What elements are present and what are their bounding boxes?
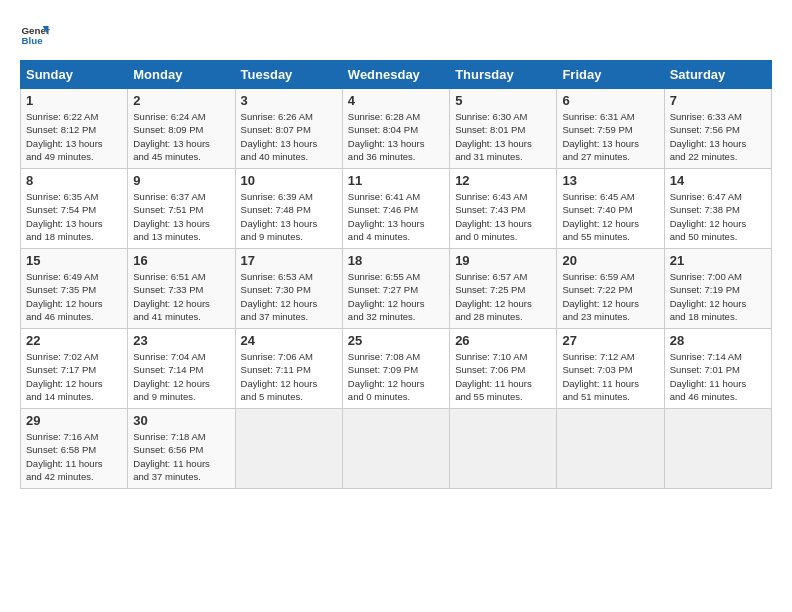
- day-number: 10: [241, 173, 337, 188]
- day-cell: 4Sunrise: 6:28 AM Sunset: 8:04 PM Daylig…: [342, 89, 449, 169]
- day-number: 13: [562, 173, 658, 188]
- col-header-saturday: Saturday: [664, 61, 771, 89]
- col-header-thursday: Thursday: [450, 61, 557, 89]
- day-cell: 24Sunrise: 7:06 AM Sunset: 7:11 PM Dayli…: [235, 329, 342, 409]
- day-info: Sunrise: 7:02 AM Sunset: 7:17 PM Dayligh…: [26, 350, 122, 403]
- day-number: 27: [562, 333, 658, 348]
- day-cell: 3Sunrise: 6:26 AM Sunset: 8:07 PM Daylig…: [235, 89, 342, 169]
- header-row: SundayMondayTuesdayWednesdayThursdayFrid…: [21, 61, 772, 89]
- day-number: 12: [455, 173, 551, 188]
- day-number: 18: [348, 253, 444, 268]
- calendar-table: SundayMondayTuesdayWednesdayThursdayFrid…: [20, 60, 772, 489]
- logo-icon: General Blue: [20, 20, 50, 50]
- day-cell: 17Sunrise: 6:53 AM Sunset: 7:30 PM Dayli…: [235, 249, 342, 329]
- day-cell: 13Sunrise: 6:45 AM Sunset: 7:40 PM Dayli…: [557, 169, 664, 249]
- day-info: Sunrise: 7:10 AM Sunset: 7:06 PM Dayligh…: [455, 350, 551, 403]
- day-cell: 12Sunrise: 6:43 AM Sunset: 7:43 PM Dayli…: [450, 169, 557, 249]
- day-info: Sunrise: 7:06 AM Sunset: 7:11 PM Dayligh…: [241, 350, 337, 403]
- day-number: 20: [562, 253, 658, 268]
- day-number: 15: [26, 253, 122, 268]
- day-info: Sunrise: 6:35 AM Sunset: 7:54 PM Dayligh…: [26, 190, 122, 243]
- day-cell: 5Sunrise: 6:30 AM Sunset: 8:01 PM Daylig…: [450, 89, 557, 169]
- day-info: Sunrise: 6:24 AM Sunset: 8:09 PM Dayligh…: [133, 110, 229, 163]
- col-header-wednesday: Wednesday: [342, 61, 449, 89]
- day-info: Sunrise: 6:33 AM Sunset: 7:56 PM Dayligh…: [670, 110, 766, 163]
- day-number: 23: [133, 333, 229, 348]
- day-number: 24: [241, 333, 337, 348]
- day-cell: 9Sunrise: 6:37 AM Sunset: 7:51 PM Daylig…: [128, 169, 235, 249]
- week-row-2: 8Sunrise: 6:35 AM Sunset: 7:54 PM Daylig…: [21, 169, 772, 249]
- day-number: 14: [670, 173, 766, 188]
- day-cell: 21Sunrise: 7:00 AM Sunset: 7:19 PM Dayli…: [664, 249, 771, 329]
- day-info: Sunrise: 7:14 AM Sunset: 7:01 PM Dayligh…: [670, 350, 766, 403]
- day-number: 11: [348, 173, 444, 188]
- day-cell: 7Sunrise: 6:33 AM Sunset: 7:56 PM Daylig…: [664, 89, 771, 169]
- day-cell: 29Sunrise: 7:16 AM Sunset: 6:58 PM Dayli…: [21, 409, 128, 489]
- header: General Blue: [20, 20, 772, 50]
- day-info: Sunrise: 7:16 AM Sunset: 6:58 PM Dayligh…: [26, 430, 122, 483]
- day-number: 29: [26, 413, 122, 428]
- day-cell: 23Sunrise: 7:04 AM Sunset: 7:14 PM Dayli…: [128, 329, 235, 409]
- day-info: Sunrise: 7:00 AM Sunset: 7:19 PM Dayligh…: [670, 270, 766, 323]
- day-number: 2: [133, 93, 229, 108]
- day-cell: 16Sunrise: 6:51 AM Sunset: 7:33 PM Dayli…: [128, 249, 235, 329]
- day-cell: 10Sunrise: 6:39 AM Sunset: 7:48 PM Dayli…: [235, 169, 342, 249]
- day-cell: [235, 409, 342, 489]
- svg-text:Blue: Blue: [22, 35, 44, 46]
- day-number: 17: [241, 253, 337, 268]
- day-cell: 28Sunrise: 7:14 AM Sunset: 7:01 PM Dayli…: [664, 329, 771, 409]
- day-info: Sunrise: 6:39 AM Sunset: 7:48 PM Dayligh…: [241, 190, 337, 243]
- day-info: Sunrise: 6:45 AM Sunset: 7:40 PM Dayligh…: [562, 190, 658, 243]
- day-cell: 19Sunrise: 6:57 AM Sunset: 7:25 PM Dayli…: [450, 249, 557, 329]
- week-row-3: 15Sunrise: 6:49 AM Sunset: 7:35 PM Dayli…: [21, 249, 772, 329]
- day-info: Sunrise: 6:55 AM Sunset: 7:27 PM Dayligh…: [348, 270, 444, 323]
- day-number: 25: [348, 333, 444, 348]
- day-info: Sunrise: 6:57 AM Sunset: 7:25 PM Dayligh…: [455, 270, 551, 323]
- day-cell: 25Sunrise: 7:08 AM Sunset: 7:09 PM Dayli…: [342, 329, 449, 409]
- day-info: Sunrise: 6:31 AM Sunset: 7:59 PM Dayligh…: [562, 110, 658, 163]
- day-info: Sunrise: 6:51 AM Sunset: 7:33 PM Dayligh…: [133, 270, 229, 323]
- day-cell: 27Sunrise: 7:12 AM Sunset: 7:03 PM Dayli…: [557, 329, 664, 409]
- day-number: 9: [133, 173, 229, 188]
- day-number: 21: [670, 253, 766, 268]
- col-header-friday: Friday: [557, 61, 664, 89]
- day-cell: [557, 409, 664, 489]
- day-info: Sunrise: 6:43 AM Sunset: 7:43 PM Dayligh…: [455, 190, 551, 243]
- day-cell: [450, 409, 557, 489]
- day-cell: 2Sunrise: 6:24 AM Sunset: 8:09 PM Daylig…: [128, 89, 235, 169]
- day-number: 19: [455, 253, 551, 268]
- day-cell: 22Sunrise: 7:02 AM Sunset: 7:17 PM Dayli…: [21, 329, 128, 409]
- day-cell: 8Sunrise: 6:35 AM Sunset: 7:54 PM Daylig…: [21, 169, 128, 249]
- week-row-1: 1Sunrise: 6:22 AM Sunset: 8:12 PM Daylig…: [21, 89, 772, 169]
- day-info: Sunrise: 6:30 AM Sunset: 8:01 PM Dayligh…: [455, 110, 551, 163]
- day-number: 1: [26, 93, 122, 108]
- day-number: 26: [455, 333, 551, 348]
- col-header-tuesday: Tuesday: [235, 61, 342, 89]
- day-info: Sunrise: 7:12 AM Sunset: 7:03 PM Dayligh…: [562, 350, 658, 403]
- day-number: 16: [133, 253, 229, 268]
- day-cell: 6Sunrise: 6:31 AM Sunset: 7:59 PM Daylig…: [557, 89, 664, 169]
- col-header-monday: Monday: [128, 61, 235, 89]
- day-cell: 1Sunrise: 6:22 AM Sunset: 8:12 PM Daylig…: [21, 89, 128, 169]
- week-row-4: 22Sunrise: 7:02 AM Sunset: 7:17 PM Dayli…: [21, 329, 772, 409]
- day-number: 22: [26, 333, 122, 348]
- day-info: Sunrise: 6:47 AM Sunset: 7:38 PM Dayligh…: [670, 190, 766, 243]
- day-cell: 15Sunrise: 6:49 AM Sunset: 7:35 PM Dayli…: [21, 249, 128, 329]
- day-number: 8: [26, 173, 122, 188]
- day-cell: 18Sunrise: 6:55 AM Sunset: 7:27 PM Dayli…: [342, 249, 449, 329]
- day-number: 5: [455, 93, 551, 108]
- day-info: Sunrise: 7:18 AM Sunset: 6:56 PM Dayligh…: [133, 430, 229, 483]
- day-cell: 20Sunrise: 6:59 AM Sunset: 7:22 PM Dayli…: [557, 249, 664, 329]
- day-info: Sunrise: 6:49 AM Sunset: 7:35 PM Dayligh…: [26, 270, 122, 323]
- day-info: Sunrise: 7:04 AM Sunset: 7:14 PM Dayligh…: [133, 350, 229, 403]
- day-number: 30: [133, 413, 229, 428]
- day-cell: 26Sunrise: 7:10 AM Sunset: 7:06 PM Dayli…: [450, 329, 557, 409]
- day-info: Sunrise: 6:26 AM Sunset: 8:07 PM Dayligh…: [241, 110, 337, 163]
- day-number: 3: [241, 93, 337, 108]
- day-info: Sunrise: 6:22 AM Sunset: 8:12 PM Dayligh…: [26, 110, 122, 163]
- col-header-sunday: Sunday: [21, 61, 128, 89]
- day-info: Sunrise: 6:59 AM Sunset: 7:22 PM Dayligh…: [562, 270, 658, 323]
- day-info: Sunrise: 7:08 AM Sunset: 7:09 PM Dayligh…: [348, 350, 444, 403]
- day-info: Sunrise: 6:41 AM Sunset: 7:46 PM Dayligh…: [348, 190, 444, 243]
- week-row-5: 29Sunrise: 7:16 AM Sunset: 6:58 PM Dayli…: [21, 409, 772, 489]
